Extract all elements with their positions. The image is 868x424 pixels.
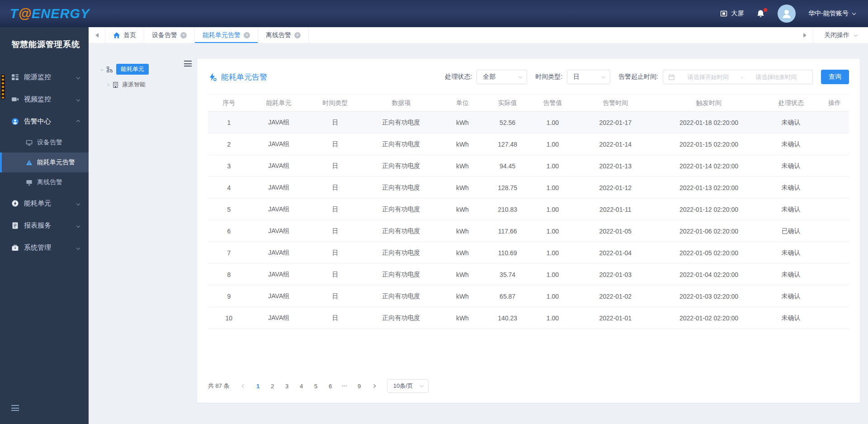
sidebar-item-video-monitor[interactable]: 视频监控 — [0, 88, 89, 110]
cell-trigger-time: 2022-01-06 02:20:00 — [656, 220, 762, 242]
video-camera-icon — [11, 95, 19, 103]
sidebar-item-label: 告警中心 — [24, 117, 51, 126]
cell-no: 7 — [208, 242, 250, 264]
sidebar-collapse-button[interactable] — [11, 405, 19, 413]
sidebar-item-energy-monitor[interactable]: 能源监控 — [0, 66, 89, 88]
sidebar-item-energy-unit[interactable]: 能耗单元 — [0, 192, 89, 214]
avatar[interactable] — [778, 5, 796, 23]
sidebar-item-offline-alarm[interactable]: 离线告警 — [0, 172, 89, 192]
cell-handle-status: 未确认 — [762, 264, 820, 286]
cell-trigger-time: 2022-01-14 02:20:00 — [656, 155, 762, 177]
sidebar-item-alarm-center[interactable]: 告警中心 — [0, 110, 89, 133]
tree-node-child[interactable]: 康派智能 — [101, 81, 197, 89]
account-menu[interactable]: 华中-能管账号 — [808, 10, 855, 18]
cell-unit: JAVA组 — [250, 112, 308, 133]
status-select[interactable]: 全部 — [476, 70, 527, 84]
cell-handle-status: 未确认 — [762, 155, 820, 177]
tab-label: 设备告警 — [152, 31, 177, 39]
sidebar-item-label: 能耗单元告警 — [37, 158, 75, 167]
page-number-button[interactable]: 9 — [354, 380, 365, 392]
sidebar-item-report-service[interactable]: 报表服务 — [0, 214, 89, 237]
cell-time-type: 日 — [308, 307, 363, 329]
date-range-picker[interactable]: - — [663, 70, 813, 84]
cell-uom: kWh — [440, 286, 485, 307]
panel-title: 能耗单元告警 — [208, 72, 267, 82]
cell-alarm-time: 2022-01-11 — [575, 199, 656, 220]
page-size-select[interactable]: 10条/页 — [387, 379, 429, 393]
logo-text: ENERGY — [32, 6, 90, 21]
cell-alarm-time: 2022-01-02 — [575, 286, 656, 307]
column-header: 处理状态 — [762, 95, 820, 112]
tree-collapsed-caret-icon[interactable] — [106, 83, 109, 86]
column-header: 实际值 — [485, 95, 530, 112]
chevron-down-icon — [76, 97, 80, 101]
page-number-button[interactable]: 4 — [296, 380, 307, 392]
tab-unit-alarm[interactable]: 能耗单元告警 — [194, 27, 258, 43]
sidebar-item-unit-alarm[interactable]: 能耗单元告警 — [0, 152, 89, 172]
cell-alarm-time: 2022-01-03 — [575, 264, 656, 286]
notification-bell-icon[interactable] — [756, 10, 765, 18]
date-range-label: 告警起止时间: — [618, 73, 658, 81]
chevron-up-icon — [76, 119, 80, 123]
page-number-button[interactable]: 2 — [267, 380, 278, 392]
column-header: 告警时间 — [575, 95, 656, 112]
cell-data-item: 正向有功电度 — [363, 177, 440, 199]
page-number-button[interactable]: 1 — [252, 380, 264, 392]
next-page-button[interactable] — [368, 380, 380, 392]
calendar-icon — [668, 74, 675, 81]
tab-home[interactable]: 首页 — [105, 27, 144, 43]
tab-device-alarm[interactable]: 设备告警 — [144, 27, 194, 43]
cell-actual-value: 110.69 — [485, 242, 530, 264]
cell-alarm-value: 1.00 — [530, 264, 576, 286]
cell-time-type: 日 — [308, 199, 363, 220]
page-number-button[interactable]: 6 — [325, 380, 336, 392]
table-row: 3 JAVA组 日 正向有功电度 kWh 94.45 1.00 2022-01-… — [208, 155, 849, 177]
chevron-down-icon — [420, 383, 423, 387]
page-number-button[interactable]: ••• — [339, 380, 351, 392]
cell-operation — [820, 155, 849, 177]
sidebar-item-label: 系统管理 — [24, 243, 51, 252]
cell-alarm-value: 1.00 — [530, 220, 576, 242]
tree-collapse-button[interactable] — [184, 60, 192, 68]
page-number-button[interactable]: 3 — [281, 380, 293, 392]
tree-expand-caret-icon[interactable] — [100, 67, 104, 71]
tree-node-label-selected[interactable]: 能耗单元 — [116, 64, 149, 75]
cell-unit: JAVA组 — [250, 220, 308, 242]
cell-time-type: 日 — [308, 177, 363, 199]
end-time-input[interactable] — [745, 74, 807, 81]
logo: T@ENERGY — [10, 6, 90, 21]
tabs-scroll-left-button[interactable] — [89, 27, 105, 43]
cell-unit: JAVA组 — [250, 286, 308, 307]
tabs-scroll-right-button[interactable] — [797, 27, 813, 43]
page-number-button[interactable]: 5 — [310, 380, 322, 392]
chevron-right-icon — [372, 384, 375, 388]
offline-monitor-icon — [26, 179, 33, 186]
tab-offline-alarm[interactable]: 离线告警 — [258, 27, 309, 43]
cell-trigger-time: 2022-01-13 02:20:00 — [656, 177, 762, 199]
cell-handle-status: 未确认 — [762, 112, 820, 133]
close-operations-dropdown[interactable]: 关闭操作 — [813, 27, 868, 43]
cell-unit: JAVA组 — [250, 264, 308, 286]
start-time-input[interactable] — [677, 74, 739, 81]
range-separator: - — [741, 74, 743, 81]
close-tab-icon[interactable] — [244, 32, 250, 38]
column-header: 触发时间 — [656, 95, 762, 112]
tabbar-spacer — [309, 27, 797, 43]
panel-header: 能耗单元告警 处理状态: 全部 时间类型: 日 — [208, 70, 849, 84]
query-button[interactable]: 查询 — [821, 70, 849, 84]
prev-page-button[interactable] — [238, 380, 250, 392]
table-header: 序号能耗单元时间类型数据项单位实际值告警值告警时间触发时间处理状态操作 — [208, 95, 849, 112]
cell-operation — [820, 242, 849, 264]
close-tab-icon[interactable] — [180, 32, 187, 38]
cell-time-type: 日 — [308, 133, 363, 155]
sidebar-item-device-alarm[interactable]: 设备告警 — [0, 133, 89, 152]
cell-data-item: 正向有功电度 — [363, 242, 440, 264]
chevron-down-icon — [852, 11, 856, 14]
big-screen-button[interactable]: 大屏 — [720, 10, 744, 18]
close-tab-icon[interactable] — [294, 32, 301, 38]
sidebar-item-system-manage[interactable]: 系统管理 — [0, 237, 89, 259]
cell-alarm-value: 1.00 — [530, 155, 576, 177]
time-type-select[interactable]: 日 — [567, 70, 610, 84]
tree-node-root[interactable]: 能耗单元 — [101, 64, 197, 75]
column-header: 操作 — [820, 95, 849, 112]
